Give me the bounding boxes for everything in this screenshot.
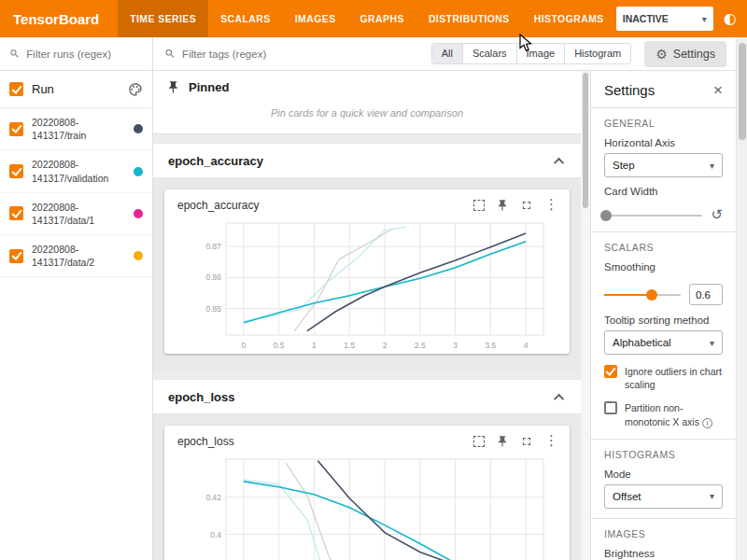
pin-icon — [166, 80, 180, 94]
fit-to-domain-icon[interactable] — [473, 200, 485, 211]
section-title: epoch_loss — [168, 390, 235, 404]
svg-text:3: 3 — [453, 341, 458, 350]
tab-distributions[interactable]: DISTRIBUTIONS — [416, 0, 522, 37]
partition-x-axis-checkbox[interactable] — [604, 401, 617, 414]
close-icon[interactable]: × — [713, 82, 723, 98]
status-select-value: INACTIVE — [623, 13, 669, 24]
search-icon — [9, 48, 20, 60]
tab-graphs[interactable]: GRAPHS — [348, 0, 416, 37]
reset-icon[interactable]: ↺ — [711, 208, 723, 222]
more-options-icon[interactable]: ⋮ — [544, 198, 558, 212]
card-well: epoch_loss ⋮ 00.511.522.533.540.360.380.… — [153, 413, 581, 560]
select-all-runs-checkbox[interactable] — [9, 82, 23, 96]
tag-filter-input[interactable] — [182, 49, 424, 60]
section-header-epoch-accuracy[interactable]: epoch_accuracy — [153, 144, 581, 177]
slider-thumb[interactable] — [646, 289, 657, 301]
app-header: TensorBoard TIME SERIESSCALARSIMAGESGRAP… — [0, 0, 747, 37]
slider-thumb[interactable] — [600, 210, 612, 221]
svg-text:3.5: 3.5 — [485, 341, 496, 350]
run-checkbox[interactable] — [9, 164, 23, 178]
settings-heading-histograms: HISTOGRAMS — [604, 449, 723, 460]
search-icon — [164, 48, 176, 60]
svg-text:2: 2 — [383, 341, 388, 350]
main-scrollbar[interactable] — [581, 71, 590, 560]
info-icon[interactable]: i — [702, 418, 712, 428]
settings-scrollbar[interactable] — [736, 37, 747, 560]
section-title: epoch_accuracy — [168, 154, 263, 168]
header-tabs: TIME SERIESSCALARSIMAGESGRAPHSDISTRIBUTI… — [118, 0, 616, 37]
filter-chip-all[interactable]: All — [432, 44, 463, 63]
tooltip-sorting-select[interactable]: Alphabetical ▾ — [604, 330, 723, 355]
smoothing-slider[interactable] — [604, 294, 681, 296]
filter-chip-image[interactable]: Image — [517, 44, 566, 63]
svg-text:0.42: 0.42 — [205, 493, 221, 502]
header-actions: INACTIVE ▾ ◐ ↻ ⚙ ? — [616, 7, 747, 31]
run-name: 20220808-141317/train — [32, 116, 125, 142]
pin-card-icon[interactable] — [496, 199, 509, 212]
scrollbar-thumb[interactable] — [739, 43, 746, 140]
run-checkbox[interactable] — [9, 122, 23, 136]
svg-text:1.5: 1.5 — [344, 341, 355, 350]
run-row[interactable]: 20220808-141317/data/1 — [0, 193, 152, 235]
horizontal-axis-value: Step — [613, 160, 635, 171]
card-toolbar: ⋮ — [473, 434, 558, 448]
section-epoch-loss: epoch_loss epoch_loss ⋮ 00.511.522.533. — [153, 380, 581, 560]
pinned-title: Pinned — [189, 80, 229, 94]
app-title: TensorBoard — [0, 11, 118, 27]
epoch-loss-line-chart[interactable]: 00.511.522.533.540.360.380.40.42 — [168, 450, 566, 560]
svg-text:1: 1 — [312, 341, 317, 350]
ignore-outliers-checkbox[interactable] — [604, 365, 617, 378]
tab-scalars[interactable]: SCALARS — [208, 0, 283, 37]
runs-header-row: Run — [0, 71, 152, 108]
chevron-down-icon: ▾ — [702, 14, 707, 24]
card-title: epoch_loss — [177, 435, 473, 448]
pinned-empty-message: Pin cards for a quick view and compariso… — [153, 98, 581, 133]
chevron-down-icon: ▾ — [710, 338, 714, 348]
section-header-epoch-loss[interactable]: epoch_loss — [153, 380, 581, 413]
run-row[interactable]: 20220808-141317/validation — [0, 150, 152, 192]
run-checkbox[interactable] — [9, 249, 23, 263]
tab-time-series[interactable]: TIME SERIES — [118, 0, 208, 37]
settings-heading-images: IMAGES — [604, 528, 723, 539]
pinned-header: Pinned — [153, 71, 581, 98]
filter-chip-histogram[interactable]: Histogram — [565, 44, 630, 63]
tooltip-sorting-label: Tooltip sorting method — [604, 315, 723, 326]
epoch-accuracy-line-chart[interactable]: 00.511.522.533.540.850.860.87 — [168, 214, 566, 354]
theme-toggle-icon[interactable]: ◐ — [724, 11, 737, 26]
filter-chip-scalars[interactable]: Scalars — [463, 44, 517, 63]
tab-images[interactable]: IMAGES — [283, 0, 348, 37]
fit-to-domain-icon[interactable] — [473, 436, 485, 447]
run-name: 20220808-141317/data/2 — [32, 243, 125, 269]
chevron-up-icon — [554, 393, 564, 403]
status-select[interactable]: INACTIVE ▾ — [616, 7, 713, 31]
card-header: epoch_loss ⋮ — [164, 426, 570, 448]
histogram-mode-label: Mode — [604, 469, 723, 480]
gear-icon: ⚙ — [655, 47, 668, 62]
horizontal-axis-select[interactable]: Step ▾ — [604, 153, 723, 177]
section-gap — [153, 134, 581, 144]
ignore-outliers-checkbox-row[interactable]: Ignore outliers in chart scaling — [604, 365, 723, 391]
card-width-slider[interactable] — [604, 215, 702, 217]
run-name: 20220808-141317/data/1 — [32, 201, 125, 227]
smoothing-label: Smoothing — [604, 261, 723, 273]
settings-panel-title: Settings — [604, 82, 655, 98]
smoothing-value-input[interactable]: 0.6 — [689, 284, 723, 305]
tab-histograms[interactable]: HISTOGRAMS — [522, 0, 616, 37]
run-checkbox[interactable] — [9, 206, 23, 220]
pin-card-icon[interactable] — [496, 435, 509, 448]
run-row[interactable]: 20220808-141317/data/2 — [0, 235, 152, 277]
scrollbar-thumb[interactable] — [583, 73, 588, 208]
card-title: epoch_accuracy — [177, 199, 473, 212]
histogram-mode-select[interactable]: Offset ▾ — [604, 484, 723, 509]
settings-button[interactable]: ⚙ Settings — [644, 41, 726, 67]
main-toolbar: AllScalarsImageHistogram ⚙ Settings — [153, 37, 736, 71]
more-options-icon[interactable]: ⋮ — [544, 434, 558, 448]
histogram-mode-value: Offset — [613, 491, 641, 502]
fullscreen-icon[interactable] — [520, 435, 533, 448]
run-row[interactable]: 20220808-141317/train — [0, 108, 152, 150]
runs-filter-input[interactable] — [26, 49, 143, 60]
partition-x-axis-label: Partition non-monotonic X axis — [625, 402, 699, 427]
fullscreen-icon[interactable] — [520, 199, 533, 212]
partition-x-axis-checkbox-row[interactable]: Partition non-monotonic X axisi — [604, 401, 723, 427]
palette-icon[interactable] — [128, 82, 143, 97]
